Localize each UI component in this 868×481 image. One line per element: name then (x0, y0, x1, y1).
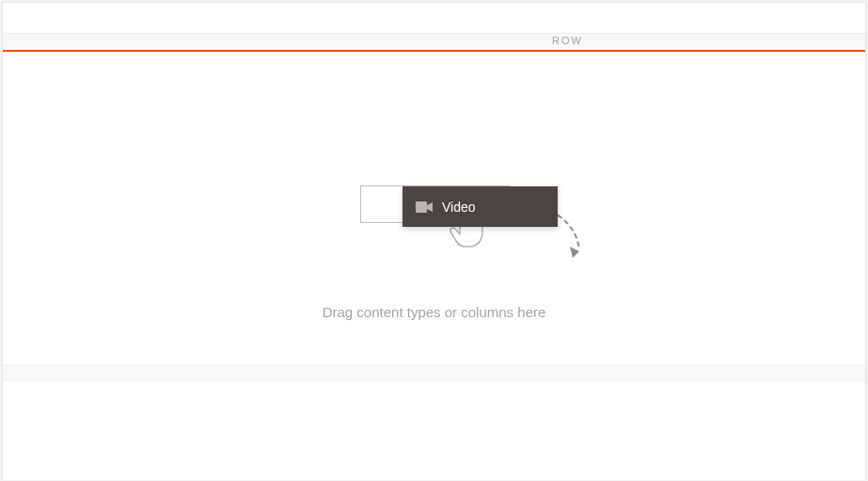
footer-area (3, 381, 865, 480)
row-tab-bar: ROW (3, 33, 865, 50)
lower-gap (3, 364, 865, 381)
video-icon (416, 200, 433, 214)
drag-chip-label: Video (442, 200, 476, 215)
row-label: ROW (552, 35, 583, 46)
header-spacer (3, 3, 865, 33)
page-builder-canvas: ROW Video (2, 2, 866, 479)
drop-instructions: Drag content types or columns here (3, 304, 865, 320)
svg-rect-0 (416, 201, 427, 213)
video-content-chip[interactable]: Video (402, 186, 558, 227)
drop-area[interactable]: Video Drag content types or columns here (3, 52, 865, 364)
